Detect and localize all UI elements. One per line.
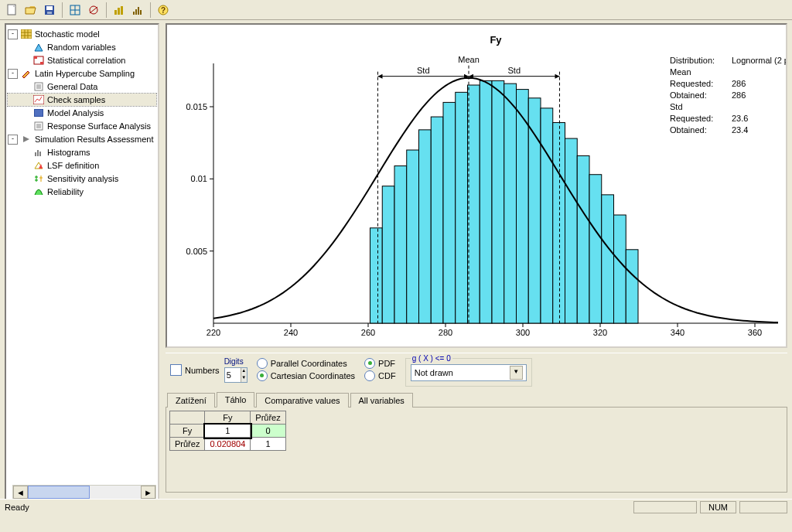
svg-rect-8 [118, 8, 120, 15]
book-icon [32, 107, 45, 118]
digits-spinner[interactable]: ▲▼ [224, 367, 248, 383]
analysis-icon[interactable] [129, 2, 146, 19]
digits-input[interactable] [225, 368, 241, 382]
gx-dropdown[interactable]: Not drawn ▼ [411, 364, 527, 381]
tree-item[interactable]: Histograms [8, 146, 156, 159]
tree-item[interactable]: -Stochastic model [8, 28, 156, 40]
correlation-table[interactable]: FyPrůřezFy10Průřez0.0208041 [169, 411, 286, 451]
tree-item[interactable]: General Data [8, 80, 156, 93]
tree-item-label: Simulation Results Assessment [35, 135, 153, 144]
model-icon[interactable] [67, 2, 84, 19]
svg-rect-59 [394, 166, 407, 323]
cdf-radio[interactable]: CDF [364, 370, 396, 381]
gx-fieldset: g ( X ) <= 0 Not drawn ▼ [405, 354, 532, 387]
scroll-right-icon[interactable]: ► [141, 486, 155, 499]
tree-item[interactable]: Reliability [8, 186, 156, 198]
svg-rect-71 [541, 108, 553, 323]
tree-item[interactable]: -Latin Hypercube Sampling [8, 67, 156, 80]
svg-text:Std: Std [507, 66, 521, 75]
scrollbar-thumb[interactable] [28, 486, 90, 499]
tree-item-label: General Data [47, 82, 97, 91]
parallel-coordinates-radio[interactable]: Parallel Coordinates [257, 358, 355, 369]
spinner-up-icon[interactable]: ▲ [241, 368, 247, 375]
svg-text:280: 280 [439, 328, 452, 337]
open-icon[interactable] [22, 2, 39, 19]
new-icon[interactable] [4, 2, 21, 19]
tree-item-label: Reliability [47, 187, 84, 196]
svg-rect-78 [626, 250, 638, 323]
gx-legend: g ( X ) <= 0 [411, 354, 452, 363]
table-cell[interactable]: 0.020804 [205, 438, 251, 451]
svg-rect-27 [35, 152, 36, 156]
svg-rect-12 [138, 7, 139, 15]
pdf-radio[interactable]: PDF [364, 358, 396, 369]
svg-rect-66 [480, 80, 492, 323]
tree-item-label: Check samples [47, 95, 105, 104]
status-pane [739, 501, 787, 513]
save-icon[interactable] [41, 2, 58, 19]
status-text: Ready [5, 503, 29, 512]
tree-item[interactable]: Sensitivity analysis [8, 172, 156, 185]
tree-item[interactable]: LSF definition [8, 159, 156, 172]
toolbar-separator [150, 2, 151, 18]
svg-text:300: 300 [516, 328, 530, 337]
main-toolbar: ? [0, 0, 792, 20]
svg-rect-77 [614, 215, 626, 323]
scroll-left-icon[interactable]: ◄ [13, 486, 28, 499]
svg-text:340: 340 [671, 328, 684, 337]
table-header: Fy [205, 411, 251, 425]
tree-item[interactable]: -Simulation Results Assessment [8, 133, 156, 145]
tab-zatížení[interactable]: Zatížení [167, 393, 215, 408]
svg-text:286: 286 [732, 79, 746, 88]
grid-icon [20, 29, 32, 39]
table-cell[interactable]: 1 [205, 425, 251, 438]
tab-táhlo[interactable]: Táhlo [217, 392, 255, 408]
tree-item[interactable]: Model Analysis [8, 107, 156, 119]
table-row[interactable]: Fy10 [170, 425, 286, 438]
tab-all-variables[interactable]: All variables [350, 393, 413, 408]
cartesian-coordinates-radio[interactable]: Cartesian Coordinates [257, 370, 355, 381]
dropdown-arrow-icon[interactable]: ▼ [510, 366, 523, 380]
help-icon[interactable]: ? [155, 2, 172, 19]
svg-text:Std: Std [417, 66, 430, 75]
spinner-down-icon[interactable]: ▼ [241, 375, 247, 382]
svg-rect-63 [443, 102, 456, 323]
sampling-icon[interactable] [85, 2, 102, 19]
histogram-chart: Fy2202402602803003203403600.0050.010.015… [167, 25, 786, 346]
tree-item[interactable]: Check samples [8, 94, 156, 106]
tree-item[interactable]: Random variables [8, 41, 156, 53]
tree-item-label: Histograms [47, 148, 90, 157]
svg-text:0.005: 0.005 [186, 247, 207, 256]
table-cell[interactable]: 1 [251, 438, 285, 451]
tree-item[interactable]: Response Surface Analysis [8, 120, 156, 132]
horizontal-scrollbar[interactable]: ◄ ► [12, 485, 156, 500]
tree-toggle-icon[interactable]: - [8, 29, 18, 39]
svg-marker-17 [35, 44, 43, 51]
bell-icon [32, 186, 45, 197]
tree-item[interactable]: Statistical correlation [8, 54, 156, 66]
tree-item-label: Statistical correlation [47, 56, 126, 65]
svg-text:Distribution:: Distribution: [670, 56, 715, 65]
svg-rect-58 [382, 186, 394, 323]
tab-comparative-values[interactable]: Comparative values [256, 393, 348, 408]
svg-text:0.01: 0.01 [191, 174, 207, 183]
svg-rect-60 [407, 150, 419, 323]
numbers-checkbox[interactable]: Numbers [170, 364, 220, 376]
plot-icon [32, 94, 45, 105]
table-row[interactable]: Průřez0.0208041 [170, 438, 286, 451]
tree-toggle-icon[interactable]: - [8, 135, 18, 145]
sheet-icon [32, 121, 45, 131]
toolbar-separator [106, 2, 107, 18]
svg-rect-76 [602, 195, 614, 323]
svg-rect-29 [39, 152, 41, 156]
svg-text:Lognormal (2 par: Lognormal (2 par [732, 56, 786, 65]
lsf-icon [32, 160, 45, 171]
svg-text:?: ? [161, 6, 166, 15]
results-icon[interactable] [111, 2, 128, 19]
table-cell[interactable]: 0 [251, 425, 285, 438]
svg-text:Std: Std [670, 102, 683, 111]
svg-text:220: 220 [207, 328, 220, 337]
tree-toggle-icon[interactable]: - [8, 69, 18, 79]
svg-text:23.6: 23.6 [732, 114, 748, 123]
sens-icon [32, 173, 45, 184]
